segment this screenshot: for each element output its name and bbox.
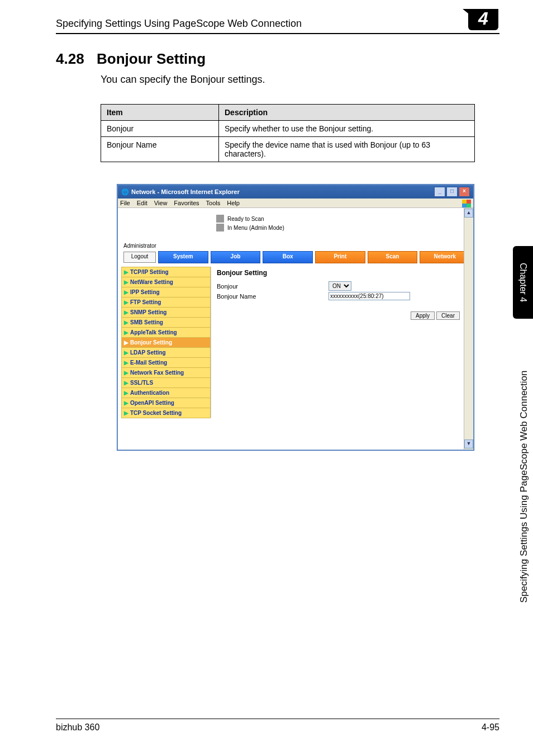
chapter-side-tab: Chapter 4 bbox=[513, 246, 533, 319]
sidebar-item-tcpip[interactable]: ▶TCP/IP Setting bbox=[121, 267, 211, 277]
sidebar-item-authentication[interactable]: ▶Authentication bbox=[121, 388, 211, 398]
ie-icon: 🌐 bbox=[121, 188, 129, 196]
section-number: 4.28 bbox=[56, 50, 84, 67]
sidebar-item-tcpsocket[interactable]: ▶TCP Socket Setting bbox=[121, 408, 211, 418]
table-cell-desc: Specify whether to use the Bonjour setti… bbox=[219, 121, 475, 137]
table-row: Bonjour Specify whether to use the Bonjo… bbox=[101, 121, 475, 137]
menu-help[interactable]: Help bbox=[227, 200, 240, 206]
maximize-button[interactable]: □ bbox=[446, 187, 458, 197]
intro-text: You can specify the Bonjour settings. bbox=[101, 74, 265, 86]
main-settings-pane: Bonjour Setting Bonjour ON Bonjour Name … bbox=[211, 267, 470, 418]
tab-system[interactable]: System bbox=[158, 251, 208, 263]
logout-button[interactable]: Logout bbox=[123, 252, 156, 263]
sidebar-item-appletalk[interactable]: ▶AppleTalk Setting bbox=[121, 327, 211, 338]
menu-view[interactable]: View bbox=[154, 200, 168, 206]
scroll-down-icon[interactable]: ▼ bbox=[464, 440, 473, 448]
sidebar-item-networkfax[interactable]: ▶Network Fax Setting bbox=[121, 367, 211, 378]
sidebar-item-openapi[interactable]: ▶OpenAPI Setting bbox=[121, 398, 211, 408]
minimize-button[interactable]: _ bbox=[434, 187, 445, 197]
sidebar-item-netware[interactable]: ▶NetWare Setting bbox=[121, 277, 211, 287]
menu-tools[interactable]: Tools bbox=[206, 200, 221, 206]
main-heading: Bonjour Setting bbox=[217, 269, 464, 277]
tab-job[interactable]: Job bbox=[211, 251, 261, 263]
section-title: Bonjour Setting bbox=[97, 50, 206, 67]
tab-scan[interactable]: Scan bbox=[368, 251, 418, 263]
close-button[interactable]: × bbox=[459, 187, 470, 197]
table-cell-desc: Specify the device name that is used wit… bbox=[219, 137, 475, 162]
windows-flag-icon bbox=[462, 200, 471, 207]
bonjour-name-field-label: Bonjour Name bbox=[217, 293, 329, 300]
clear-button[interactable]: Clear bbox=[436, 311, 460, 320]
side-vertical-title: Specifying Settings Using PageScope Web … bbox=[518, 330, 530, 643]
network-sidebar: ▶TCP/IP Setting ▶NetWare Setting ▶IPP Se… bbox=[121, 267, 211, 418]
browser-titlebar: 🌐 Network - Microsoft Internet Explorer … bbox=[118, 185, 473, 199]
sidebar-item-ldap[interactable]: ▶LDAP Setting bbox=[121, 347, 211, 358]
sidebar-item-email[interactable]: ▶E-Mail Setting bbox=[121, 357, 211, 368]
menu-file[interactable]: File bbox=[120, 200, 130, 206]
menu-edit[interactable]: Edit bbox=[137, 200, 147, 206]
footer-model: bizhub 360 bbox=[56, 722, 99, 733]
tab-print[interactable]: Print bbox=[315, 251, 365, 263]
browser-menubar: File Edit View Favorites Tools Help bbox=[118, 199, 473, 208]
apply-button[interactable]: Apply bbox=[411, 311, 435, 320]
browser-window: 🌐 Network - Microsoft Internet Explorer … bbox=[117, 185, 474, 450]
administrator-label: Administrator bbox=[123, 243, 470, 249]
browser-content: Ready to Scan In Menu (Admin Mode) Admin… bbox=[118, 208, 473, 450]
bonjour-select[interactable]: ON bbox=[329, 281, 351, 291]
table-header-description: Description bbox=[219, 105, 475, 121]
sidebar-item-ipp[interactable]: ▶IPP Setting bbox=[121, 287, 211, 297]
printer-icon bbox=[216, 224, 224, 231]
footer-page-number: 4-95 bbox=[482, 722, 499, 733]
sidebar-item-ftp[interactable]: ▶FTP Setting bbox=[121, 297, 211, 308]
scroll-up-icon[interactable]: ▲ bbox=[464, 209, 473, 218]
sidebar-item-snmp[interactable]: ▶SNMP Setting bbox=[121, 307, 211, 318]
bonjour-name-input[interactable] bbox=[329, 292, 410, 300]
tab-box[interactable]: Box bbox=[263, 251, 313, 263]
sidebar-item-smb[interactable]: ▶SMB Setting bbox=[121, 317, 211, 328]
browser-window-title: Network - Microsoft Internet Explorer bbox=[131, 188, 240, 195]
status-mode: In Menu (Admin Mode) bbox=[227, 225, 284, 231]
bonjour-field-label: Bonjour bbox=[217, 283, 329, 290]
status-ready: Ready to Scan bbox=[227, 216, 264, 222]
table-cell-item: Bonjour Name bbox=[101, 137, 219, 162]
table-row: Bonjour Name Specify the device name tha… bbox=[101, 137, 475, 162]
item-description-table: Item Description Bonjour Specify whether… bbox=[101, 104, 475, 162]
page-header-title: Specifying Settings Using PageScope Web … bbox=[56, 18, 302, 29]
printer-icon bbox=[216, 215, 224, 223]
menu-favorites[interactable]: Favorites bbox=[174, 200, 199, 206]
vertical-scrollbar[interactable]: ▲ ▼ bbox=[464, 208, 473, 450]
sidebar-item-ssltls[interactable]: ▶SSL/TLS bbox=[121, 377, 211, 388]
table-header-item: Item bbox=[101, 105, 219, 121]
table-cell-item: Bonjour bbox=[101, 121, 219, 137]
tab-network[interactable]: Network bbox=[420, 251, 470, 263]
sidebar-item-bonjour[interactable]: ▶Bonjour Setting bbox=[121, 337, 211, 348]
